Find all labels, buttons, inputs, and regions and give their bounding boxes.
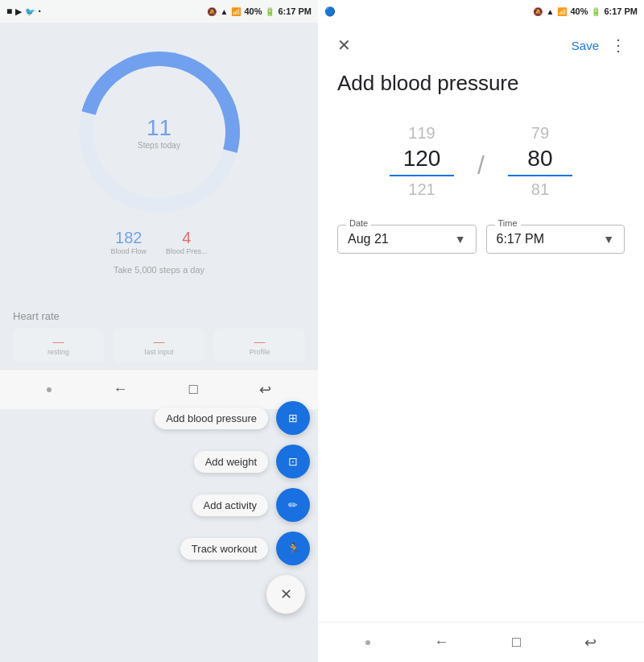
stat-label-2: Blood Pres... [166,247,208,255]
home-button-right[interactable]: □ [512,634,521,651]
add-activity-label[interactable]: Add activity [192,494,268,516]
app-icon-1: ■ [6,6,12,17]
fab-menu-item-weight[interactable]: Add weight ⊡ [194,445,310,478]
heart-label-3: Profile [221,348,299,356]
stat-num-2: 4 [166,229,208,247]
back-button-left[interactable]: ← [113,381,127,398]
sheet-header: ✕ Save ⋮ [318,23,644,64]
wifi-icon: ▲ [220,7,228,16]
home-button-left[interactable]: □ [189,381,198,398]
bp-divider: / [477,151,485,180]
track-workout-icon-btn[interactable]: 🏃 [276,532,310,565]
add-weight-icon-btn[interactable]: ⊡ [276,445,310,478]
stat-label-1: Blood Flow [110,247,147,255]
date-value[interactable]: Aug 21 [348,232,389,246]
fab-menu-item-blood-pressure[interactable]: Add blood pressure ⊞ [155,401,310,435]
stat-item-2: 4 Blood Pres... [166,229,208,255]
recent-button-left[interactable]: ↩ [259,381,271,399]
recent-button-right[interactable]: ↩ [584,634,597,652]
close-fab-icon: ✕ [280,585,292,603]
left-panel: ■ ▶ 🐦 · 🔕 ▲ 📶 40% 🔋 6:17 PM 11 Steps tod… [0,0,318,662]
diastolic-above: 79 [531,120,549,146]
track-workout-label[interactable]: Track workout [180,538,268,560]
battery-icon-right: 🔋 [591,7,601,16]
heart-label-1: resting [19,348,97,356]
left-app-content: 11 Steps today 182 Blood Flow 4 Blood Pr… [0,23,318,304]
app-dot: · [38,5,41,18]
time-value[interactable]: 6:17 PM [497,232,545,246]
diastolic-current[interactable]: 80 [508,146,572,172]
more-options-button[interactable]: ⋮ [605,32,631,58]
steps-label: Steps today [138,141,180,150]
heart-val-3: — [221,335,299,348]
diastolic-column[interactable]: 79 80 81 [504,120,576,202]
heart-rate-section: Heart rate — resting — last input — Prof… [0,304,318,369]
battery-pct-right: 40% [570,6,588,16]
systolic-column[interactable]: 119 120 121 [386,120,458,202]
nav-dot-right [365,640,370,645]
wifi-icon-right: ▲ [546,7,554,16]
bt-icon: 🔵 [324,6,336,17]
heart-item-3: — Profile [214,329,305,362]
datetime-row: Date Aug 21 ▼ Time 6:17 PM ▼ [318,218,644,270]
sheet-close-button[interactable]: ✕ [331,32,357,58]
heart-rate-row: — resting — last input — Profile [13,329,305,362]
right-status-icons-right: 🔕 ▲ 📶 40% 🔋 6:17 PM [533,6,638,16]
time-field[interactable]: Time 6:17 PM ▼ [486,225,625,254]
right-status-bar: 🔵 🔕 ▲ 📶 40% 🔋 6:17 PM [318,0,644,23]
battery-pct: 40% [244,6,262,16]
workout-icon: 🏃 [287,542,300,555]
goal-text: Take 5,000 steps a day [13,265,305,275]
fab-menu-item-activity[interactable]: Add activity ✏ [192,488,310,522]
time-value-row: 6:17 PM ▼ [497,232,615,246]
diastolic-below: 81 [531,176,549,202]
back-button-right[interactable]: ← [434,634,448,651]
date-field[interactable]: Date Aug 21 ▼ [337,225,477,254]
date-value-row: Aug 21 ▼ [348,232,466,246]
circle-inner: 11 Steps today [138,115,180,150]
bp-picker: 119 120 121 / 79 80 81 [318,112,644,218]
fab-close-wrap: ✕ [266,575,305,614]
right-status-icons-left: 🔵 [324,6,336,17]
systolic-current[interactable]: 120 [390,146,454,172]
blood-pressure-icon: ⊞ [288,412,298,424]
heart-val-1: — [19,335,97,348]
left-status-icons-left: ■ ▶ 🐦 · [6,5,41,18]
signal-icon: 📶 [231,7,241,16]
fab-menu: Add blood pressure ⊞ Add weight ⊡ Add ac… [155,401,310,614]
heart-label-2: last input [120,348,198,356]
weight-icon: ⊡ [288,455,298,468]
date-label: Date [346,218,371,228]
right-panel: 🔵 🔕 ▲ 📶 40% 🔋 6:17 PM ✕ Save ⋮ Add blood… [318,0,644,662]
add-blood-pressure-label[interactable]: Add blood pressure [155,408,268,429]
time-label: Time [495,218,521,228]
save-button[interactable]: Save [572,39,599,52]
add-weight-label[interactable]: Add weight [194,451,268,473]
battery-icon: 🔋 [265,7,275,16]
diastolic-current-wrap: 80 [508,146,572,176]
time-dropdown-arrow: ▼ [603,233,614,246]
heart-item-2: — last input [114,329,204,362]
nav-dot-left [47,387,52,392]
fab-close-button[interactable]: ✕ [266,575,305,614]
signal-icon-right: 📶 [557,7,567,16]
left-status-icons-right: 🔕 ▲ 📶 40% 🔋 6:17 PM [207,6,312,16]
fab-menu-item-workout[interactable]: Track workout 🏃 [180,532,310,565]
heart-item-1: — resting [13,329,104,362]
stat-item-1: 182 Blood Flow [110,229,147,255]
time-left: 6:17 PM [278,6,312,16]
mute-icon: 🔕 [207,7,217,16]
heart-val-2: — [120,335,198,348]
add-activity-icon-btn[interactable]: ✏ [276,488,310,522]
app-icon-2: ▶ [15,7,22,16]
date-dropdown-arrow: ▼ [455,233,466,246]
left-status-bar: ■ ▶ 🐦 · 🔕 ▲ 📶 40% 🔋 6:17 PM [0,0,318,23]
heart-rate-title: Heart rate [13,310,305,322]
app-icon-3: 🐦 [25,7,35,16]
systolic-below: 121 [408,176,435,202]
systolic-current-wrap: 120 [390,146,454,176]
sheet-title: Add blood pressure [318,64,644,112]
stats-row: 182 Blood Flow 4 Blood Pres... [13,229,305,255]
add-blood-pressure-icon-btn[interactable]: ⊞ [276,401,310,435]
activity-icon: ✏ [288,499,298,511]
